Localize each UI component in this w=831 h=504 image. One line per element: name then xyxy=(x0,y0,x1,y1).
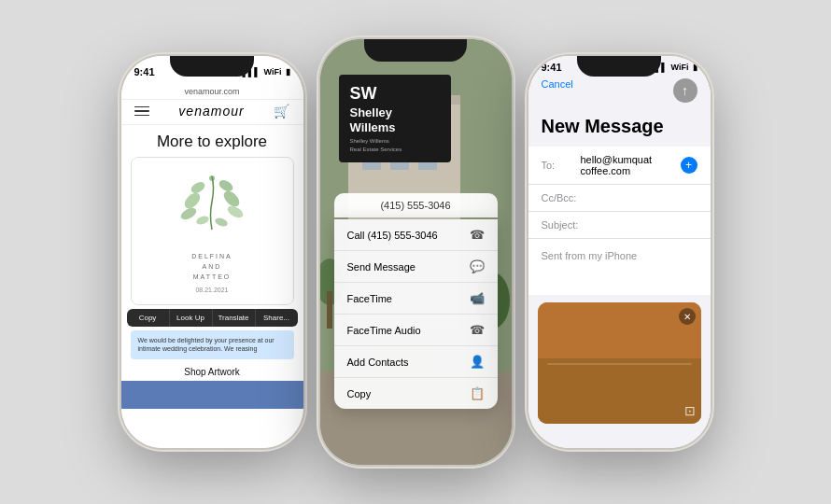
action-facetime-label: FaceTime xyxy=(347,293,393,304)
action-call[interactable]: Call (415) 555-3046 ☎ xyxy=(334,219,498,251)
selected-text: We would be delighted by your presence a… xyxy=(131,330,294,360)
ar-screen: SW Shelley Willems Shelley WillemsReal E… xyxy=(320,39,512,465)
action-facetime-audio-label: FaceTime Audio xyxy=(347,325,421,336)
cart-icon[interactable]: 🛒 xyxy=(274,104,289,119)
scan-icon: ⊡ xyxy=(684,403,696,418)
venamour-screen: 9:41 ▌▌▌ WiFi ▮ venamour.com xyxy=(121,56,303,448)
sign-subtitle: Shelley WillemsReal Estate Services xyxy=(350,137,440,153)
to-label: To: xyxy=(542,160,581,171)
building-sign: SW Shelley Willems Shelley WillemsReal E… xyxy=(339,75,451,162)
notch-phone1 xyxy=(170,56,254,77)
wifi-icon-p3: WiFi xyxy=(671,63,689,72)
notch-phone2 xyxy=(364,39,467,62)
wedding-date: 08.21.2021 xyxy=(141,287,284,293)
cc-field[interactable]: Cc/Bcc: xyxy=(528,185,711,212)
mail-body[interactable]: Sent from my iPhone xyxy=(528,239,711,295)
action-copy[interactable]: Copy 📋 xyxy=(334,378,498,409)
action-call-label: Call (415) 555-3046 xyxy=(347,230,438,241)
time-phone1: 9:41 xyxy=(134,66,155,77)
wifi-icon: WiFi xyxy=(264,67,282,77)
action-add-contacts[interactable]: Add Contacts 👤 xyxy=(334,346,498,378)
svg-point-2 xyxy=(218,178,235,194)
copy-icon: 📋 xyxy=(470,386,485,400)
mail-header-row: Cancel ↑ xyxy=(528,75,711,112)
url-bar[interactable]: venamour.com xyxy=(121,84,303,100)
subject-field[interactable]: Subject: xyxy=(528,212,711,239)
card-scan-area: Kumquat hello@kumquatcoffee.com 4906 Yor… xyxy=(538,302,701,424)
facetime-icon: 📹 xyxy=(470,291,485,305)
phone-1-screen: 9:41 ▌▌▌ WiFi ▮ venamour.com xyxy=(121,56,303,448)
new-message-title: New Message xyxy=(528,112,711,147)
battery-icon: ▮ xyxy=(286,67,290,77)
battery-icon-p3: ▮ xyxy=(693,63,697,72)
action-facetime[interactable]: FaceTime 📹 xyxy=(334,283,498,315)
add-contacts-icon: 👤 xyxy=(470,355,485,369)
svg-point-8 xyxy=(214,217,229,228)
svg-rect-27 xyxy=(538,358,701,424)
hamburger-icon[interactable] xyxy=(134,106,149,117)
svg-point-1 xyxy=(190,180,207,196)
cc-label: Cc/Bcc: xyxy=(542,192,581,203)
phone-1: 9:41 ▌▌▌ WiFi ▮ venamour.com xyxy=(121,56,303,448)
action-menu: Call (415) 555-3046 ☎ Send Message 💬 Fac… xyxy=(334,219,498,409)
subject-label: Subject: xyxy=(542,219,581,231)
context-share[interactable]: Share... xyxy=(256,309,298,327)
phones-container: 9:41 ▌▌▌ WiFi ▮ venamour.com xyxy=(0,0,831,504)
to-field[interactable]: To: hello@kumquat coffee.com + xyxy=(528,147,711,185)
svg-rect-28 xyxy=(547,363,692,365)
bottom-strip xyxy=(121,381,303,409)
context-translate[interactable]: Translate xyxy=(213,309,256,327)
wedding-names: DELFINAANDMATTEO xyxy=(141,251,284,283)
call-icon: ☎ xyxy=(470,228,485,242)
message-icon: 💬 xyxy=(470,259,485,273)
time-phone3: 9:41 xyxy=(542,62,562,73)
wedding-text: DELFINAANDMATTEO 08.21.2021 xyxy=(141,251,284,293)
wedding-card: DELFINAANDMATTEO 08.21.2021 xyxy=(132,158,293,304)
svg-point-7 xyxy=(195,215,210,226)
send-icon: ↑ xyxy=(682,83,688,98)
phone-2: SW Shelley Willems Shelley WillemsReal E… xyxy=(320,39,512,465)
action-copy-label: Copy xyxy=(347,388,372,399)
context-copy[interactable]: Copy xyxy=(127,309,170,327)
venamour-logo: venamour xyxy=(178,104,244,119)
mail-compose-area: To: hello@kumquat coffee.com + Cc/Bcc: S… xyxy=(528,147,711,295)
notch-phone3 xyxy=(577,56,661,77)
to-value: hello@kumquat coffee.com xyxy=(581,154,681,176)
svg-rect-20 xyxy=(327,291,332,329)
action-add-contacts-label: Add Contacts xyxy=(347,357,409,368)
cancel-button[interactable]: Cancel xyxy=(542,78,573,90)
product-card: DELFINAANDMATTEO 08.21.2021 xyxy=(131,157,294,305)
phone-3-screen: 9:41 ▌▌▌ WiFi ▮ Cancel ↑ New Message xyxy=(528,56,711,448)
phone-number-bubble: (415) 555-3046 xyxy=(334,193,498,217)
phone-3: 9:41 ▌▌▌ WiFi ▮ Cancel ↑ New Message xyxy=(528,56,711,448)
add-contact-button[interactable]: + xyxy=(681,157,697,174)
send-button[interactable]: ↑ xyxy=(673,78,697,103)
action-message[interactable]: Send Message 💬 xyxy=(334,251,498,283)
mail-screen: 9:41 ▌▌▌ WiFi ▮ Cancel ↑ New Message xyxy=(528,56,711,448)
shop-artwork-button[interactable]: Shop Artwork xyxy=(121,359,303,381)
sign-name: Shelley Willems xyxy=(350,105,440,134)
phone-2-screen: SW Shelley Willems Shelley WillemsReal E… xyxy=(320,39,512,465)
action-message-label: Send Message xyxy=(347,261,416,273)
action-facetime-audio[interactable]: FaceTime Audio ☎ xyxy=(334,315,498,346)
facetime-audio-icon: ☎ xyxy=(470,323,485,337)
scan-background xyxy=(538,302,701,424)
explore-heading: More to explore xyxy=(121,125,303,157)
venamour-header: venamour 🛒 xyxy=(121,100,303,125)
close-scan-button[interactable]: ✕ xyxy=(679,308,696,325)
context-lookup[interactable]: Look Up xyxy=(170,309,213,327)
context-menu[interactable]: Copy Look Up Translate Share... xyxy=(127,309,298,327)
sign-initials: SW xyxy=(350,84,440,104)
botanical-illustration xyxy=(179,169,245,244)
